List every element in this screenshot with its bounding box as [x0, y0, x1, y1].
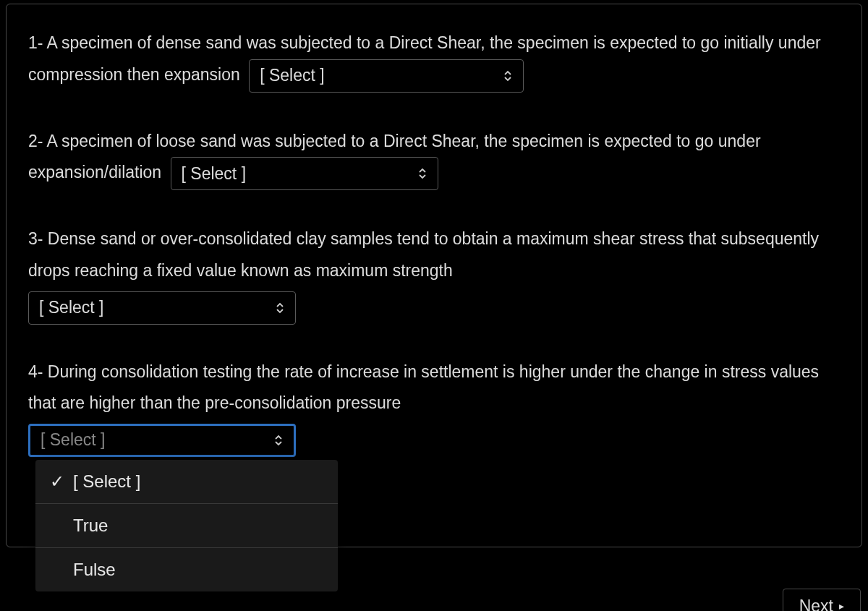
- select-label: [ Select ]: [260, 60, 324, 92]
- next-label: Next: [799, 597, 833, 612]
- dropdown-menu: ✓ [ Select ] True Fulse: [35, 460, 338, 591]
- question-2: 2- A specimen of loose sand was subjecte…: [28, 126, 840, 191]
- question-3-select[interactable]: [ Select ]: [28, 291, 296, 325]
- question-1: 1- A specimen of dense sand was subjecte…: [28, 27, 840, 93]
- select-label: [ Select ]: [39, 292, 103, 324]
- question-1-select[interactable]: [ Select ]: [249, 59, 524, 93]
- dropdown-option-fulse[interactable]: Fulse: [35, 548, 338, 591]
- chevron-up-down-icon: [503, 69, 513, 82]
- dropdown-option-select[interactable]: ✓ [ Select ]: [35, 460, 338, 504]
- dropdown-label: [ Select ]: [73, 471, 140, 492]
- select-label: [ Select ]: [182, 158, 246, 190]
- dropdown-label: Fulse: [73, 560, 116, 580]
- dropdown-label: True: [73, 516, 108, 536]
- check-icon: ✓: [50, 471, 73, 492]
- question-3: 3- Dense sand or over-consolidated clay …: [28, 223, 840, 324]
- arrow-right-icon: ▸: [839, 600, 844, 611]
- chevron-up-down-icon: [417, 167, 427, 180]
- question-4-select[interactable]: [ Select ]: [28, 424, 296, 457]
- next-button[interactable]: Next ▸: [783, 589, 861, 611]
- select-label: [ Select ]: [41, 424, 105, 456]
- chevron-up-down-icon: [275, 302, 285, 315]
- question-3-text: 3- Dense sand or over-consolidated clay …: [28, 229, 819, 280]
- dropdown-option-true[interactable]: True: [35, 504, 338, 548]
- question-2-select[interactable]: [ Select ]: [171, 157, 438, 190]
- question-4: 4- During consolidation testing the rate…: [28, 356, 840, 457]
- question-4-text: 4- During consolidation testing the rate…: [28, 362, 819, 413]
- chevron-up-down-icon: [273, 434, 284, 447]
